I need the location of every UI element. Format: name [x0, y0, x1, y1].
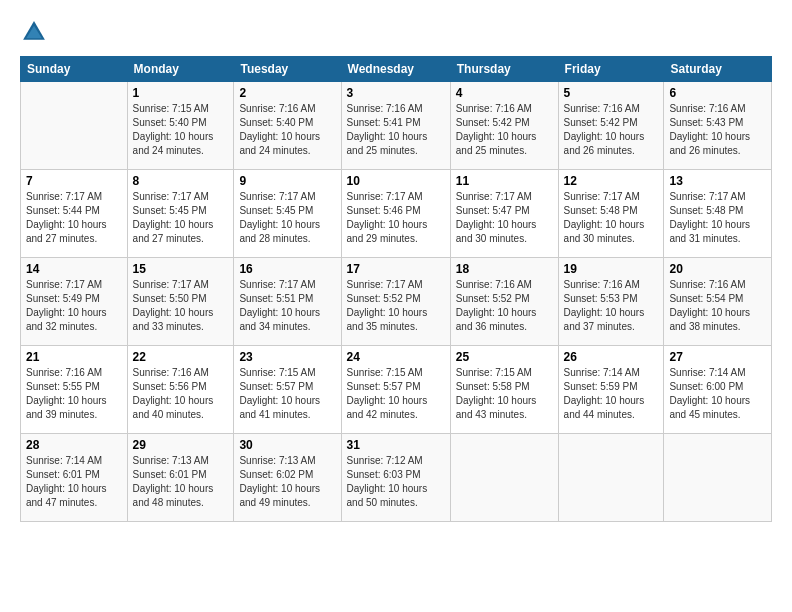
day-cell: 25Sunrise: 7:15 AMSunset: 5:58 PMDayligh…	[450, 346, 558, 434]
day-cell: 12Sunrise: 7:17 AMSunset: 5:48 PMDayligh…	[558, 170, 664, 258]
day-cell: 15Sunrise: 7:17 AMSunset: 5:50 PMDayligh…	[127, 258, 234, 346]
day-cell: 16Sunrise: 7:17 AMSunset: 5:51 PMDayligh…	[234, 258, 341, 346]
day-info: Sunrise: 7:16 AMSunset: 5:43 PMDaylight:…	[669, 102, 766, 158]
day-number: 8	[133, 174, 229, 188]
column-header-sunday: Sunday	[21, 57, 128, 82]
day-info: Sunrise: 7:17 AMSunset: 5:48 PMDaylight:…	[564, 190, 659, 246]
day-cell: 6Sunrise: 7:16 AMSunset: 5:43 PMDaylight…	[664, 82, 772, 170]
column-header-saturday: Saturday	[664, 57, 772, 82]
day-cell: 30Sunrise: 7:13 AMSunset: 6:02 PMDayligh…	[234, 434, 341, 522]
day-info: Sunrise: 7:17 AMSunset: 5:50 PMDaylight:…	[133, 278, 229, 334]
day-cell: 14Sunrise: 7:17 AMSunset: 5:49 PMDayligh…	[21, 258, 128, 346]
day-number: 14	[26, 262, 122, 276]
day-info: Sunrise: 7:16 AMSunset: 5:54 PMDaylight:…	[669, 278, 766, 334]
day-cell	[21, 82, 128, 170]
day-cell: 10Sunrise: 7:17 AMSunset: 5:46 PMDayligh…	[341, 170, 450, 258]
day-cell: 28Sunrise: 7:14 AMSunset: 6:01 PMDayligh…	[21, 434, 128, 522]
day-info: Sunrise: 7:16 AMSunset: 5:56 PMDaylight:…	[133, 366, 229, 422]
day-info: Sunrise: 7:16 AMSunset: 5:52 PMDaylight:…	[456, 278, 553, 334]
header-row: SundayMondayTuesdayWednesdayThursdayFrid…	[21, 57, 772, 82]
day-cell: 26Sunrise: 7:14 AMSunset: 5:59 PMDayligh…	[558, 346, 664, 434]
day-number: 16	[239, 262, 335, 276]
day-cell	[450, 434, 558, 522]
week-row-4: 21Sunrise: 7:16 AMSunset: 5:55 PMDayligh…	[21, 346, 772, 434]
day-info: Sunrise: 7:17 AMSunset: 5:44 PMDaylight:…	[26, 190, 122, 246]
day-number: 9	[239, 174, 335, 188]
day-number: 20	[669, 262, 766, 276]
calendar-header: SundayMondayTuesdayWednesdayThursdayFrid…	[21, 57, 772, 82]
page: SundayMondayTuesdayWednesdayThursdayFrid…	[0, 0, 792, 532]
day-cell: 7Sunrise: 7:17 AMSunset: 5:44 PMDaylight…	[21, 170, 128, 258]
day-info: Sunrise: 7:15 AMSunset: 5:57 PMDaylight:…	[347, 366, 445, 422]
day-cell: 18Sunrise: 7:16 AMSunset: 5:52 PMDayligh…	[450, 258, 558, 346]
day-number: 5	[564, 86, 659, 100]
day-info: Sunrise: 7:17 AMSunset: 5:51 PMDaylight:…	[239, 278, 335, 334]
day-info: Sunrise: 7:17 AMSunset: 5:46 PMDaylight:…	[347, 190, 445, 246]
logo-icon	[20, 18, 48, 46]
day-info: Sunrise: 7:17 AMSunset: 5:47 PMDaylight:…	[456, 190, 553, 246]
day-number: 27	[669, 350, 766, 364]
day-cell: 31Sunrise: 7:12 AMSunset: 6:03 PMDayligh…	[341, 434, 450, 522]
column-header-friday: Friday	[558, 57, 664, 82]
day-info: Sunrise: 7:17 AMSunset: 5:49 PMDaylight:…	[26, 278, 122, 334]
day-cell: 8Sunrise: 7:17 AMSunset: 5:45 PMDaylight…	[127, 170, 234, 258]
day-cell: 22Sunrise: 7:16 AMSunset: 5:56 PMDayligh…	[127, 346, 234, 434]
day-cell: 11Sunrise: 7:17 AMSunset: 5:47 PMDayligh…	[450, 170, 558, 258]
column-header-thursday: Thursday	[450, 57, 558, 82]
day-cell: 9Sunrise: 7:17 AMSunset: 5:45 PMDaylight…	[234, 170, 341, 258]
day-cell: 3Sunrise: 7:16 AMSunset: 5:41 PMDaylight…	[341, 82, 450, 170]
day-number: 25	[456, 350, 553, 364]
day-number: 17	[347, 262, 445, 276]
day-info: Sunrise: 7:16 AMSunset: 5:42 PMDaylight:…	[456, 102, 553, 158]
day-number: 30	[239, 438, 335, 452]
day-number: 7	[26, 174, 122, 188]
day-info: Sunrise: 7:14 AMSunset: 6:01 PMDaylight:…	[26, 454, 122, 510]
day-info: Sunrise: 7:17 AMSunset: 5:45 PMDaylight:…	[133, 190, 229, 246]
day-number: 6	[669, 86, 766, 100]
day-info: Sunrise: 7:15 AMSunset: 5:58 PMDaylight:…	[456, 366, 553, 422]
day-number: 3	[347, 86, 445, 100]
day-number: 31	[347, 438, 445, 452]
day-cell: 23Sunrise: 7:15 AMSunset: 5:57 PMDayligh…	[234, 346, 341, 434]
day-info: Sunrise: 7:16 AMSunset: 5:40 PMDaylight:…	[239, 102, 335, 158]
day-info: Sunrise: 7:14 AMSunset: 6:00 PMDaylight:…	[669, 366, 766, 422]
day-info: Sunrise: 7:16 AMSunset: 5:41 PMDaylight:…	[347, 102, 445, 158]
week-row-3: 14Sunrise: 7:17 AMSunset: 5:49 PMDayligh…	[21, 258, 772, 346]
day-number: 15	[133, 262, 229, 276]
day-cell: 21Sunrise: 7:16 AMSunset: 5:55 PMDayligh…	[21, 346, 128, 434]
day-cell: 2Sunrise: 7:16 AMSunset: 5:40 PMDaylight…	[234, 82, 341, 170]
day-info: Sunrise: 7:17 AMSunset: 5:48 PMDaylight:…	[669, 190, 766, 246]
day-info: Sunrise: 7:16 AMSunset: 5:53 PMDaylight:…	[564, 278, 659, 334]
day-number: 19	[564, 262, 659, 276]
week-row-2: 7Sunrise: 7:17 AMSunset: 5:44 PMDaylight…	[21, 170, 772, 258]
day-cell: 4Sunrise: 7:16 AMSunset: 5:42 PMDaylight…	[450, 82, 558, 170]
logo	[20, 18, 56, 46]
day-info: Sunrise: 7:15 AMSunset: 5:57 PMDaylight:…	[239, 366, 335, 422]
day-info: Sunrise: 7:16 AMSunset: 5:42 PMDaylight:…	[564, 102, 659, 158]
day-number: 29	[133, 438, 229, 452]
day-number: 11	[456, 174, 553, 188]
column-header-monday: Monday	[127, 57, 234, 82]
day-number: 4	[456, 86, 553, 100]
day-info: Sunrise: 7:12 AMSunset: 6:03 PMDaylight:…	[347, 454, 445, 510]
day-info: Sunrise: 7:17 AMSunset: 5:45 PMDaylight:…	[239, 190, 335, 246]
column-header-tuesday: Tuesday	[234, 57, 341, 82]
day-cell: 13Sunrise: 7:17 AMSunset: 5:48 PMDayligh…	[664, 170, 772, 258]
day-number: 18	[456, 262, 553, 276]
day-cell: 17Sunrise: 7:17 AMSunset: 5:52 PMDayligh…	[341, 258, 450, 346]
day-number: 13	[669, 174, 766, 188]
header	[20, 18, 772, 46]
day-cell: 29Sunrise: 7:13 AMSunset: 6:01 PMDayligh…	[127, 434, 234, 522]
day-number: 12	[564, 174, 659, 188]
day-number: 26	[564, 350, 659, 364]
day-info: Sunrise: 7:14 AMSunset: 5:59 PMDaylight:…	[564, 366, 659, 422]
day-cell: 1Sunrise: 7:15 AMSunset: 5:40 PMDaylight…	[127, 82, 234, 170]
day-cell: 5Sunrise: 7:16 AMSunset: 5:42 PMDaylight…	[558, 82, 664, 170]
week-row-5: 28Sunrise: 7:14 AMSunset: 6:01 PMDayligh…	[21, 434, 772, 522]
day-info: Sunrise: 7:16 AMSunset: 5:55 PMDaylight:…	[26, 366, 122, 422]
day-info: Sunrise: 7:13 AMSunset: 6:02 PMDaylight:…	[239, 454, 335, 510]
day-number: 22	[133, 350, 229, 364]
day-number: 24	[347, 350, 445, 364]
day-info: Sunrise: 7:15 AMSunset: 5:40 PMDaylight:…	[133, 102, 229, 158]
day-cell	[558, 434, 664, 522]
